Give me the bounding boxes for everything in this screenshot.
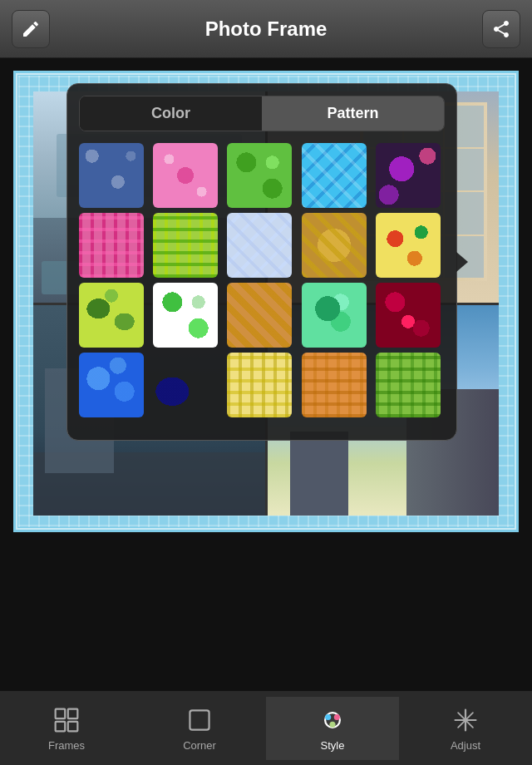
tab-frames[interactable]: Frames (0, 697, 133, 760)
edit-button[interactable] (12, 10, 50, 48)
pattern-pink-plaid[interactable] (79, 213, 144, 278)
main-area: Color Pattern (0, 58, 532, 690)
pattern-yellow-plaid[interactable] (227, 353, 292, 417)
pattern-gold[interactable] (302, 213, 367, 278)
pattern-dark-swirls[interactable] (376, 143, 441, 208)
tab-bar: Frames Corner Style Adjust (0, 690, 532, 765)
pattern-blue-bubbles[interactable] (79, 353, 144, 417)
tab-corner-label: Corner (183, 739, 216, 752)
svg-rect-4 (190, 710, 209, 729)
pattern-blue-diamonds[interactable] (302, 143, 367, 208)
pattern-green-circles[interactable] (227, 143, 292, 208)
tab-corner[interactable]: Corner (133, 697, 266, 760)
adjust-icon (451, 705, 480, 735)
frames-icon (52, 705, 81, 735)
svg-rect-1 (68, 708, 78, 718)
svg-point-6 (325, 713, 331, 719)
tab-frames-label: Frames (48, 739, 85, 752)
svg-point-8 (329, 721, 335, 727)
pattern-white-flowers[interactable] (153, 283, 218, 348)
pattern-blue-abstract[interactable] (153, 353, 218, 417)
tab-pattern[interactable]: Pattern (262, 96, 444, 131)
tab-adjust[interactable]: Adjust (399, 697, 532, 760)
popup-dialog: Color Pattern (66, 83, 457, 441)
svg-rect-0 (56, 708, 66, 718)
pattern-butterfly[interactable] (302, 283, 367, 348)
tab-style-label: Style (321, 739, 345, 752)
pattern-pink-flowers[interactable] (153, 143, 218, 208)
pattern-light-diamonds[interactable] (227, 213, 292, 278)
popup-arrow (456, 252, 468, 272)
tab-adjust-label: Adjust (451, 739, 480, 752)
pattern-orange-plaid[interactable] (302, 353, 367, 417)
popup-tabs: Color Pattern (79, 96, 445, 131)
tab-color[interactable]: Color (80, 96, 262, 131)
style-icon (318, 705, 347, 735)
pattern-dark-green-plaid[interactable] (376, 353, 441, 417)
svg-point-7 (334, 713, 340, 719)
corner-icon (185, 705, 214, 735)
svg-rect-3 (68, 721, 78, 731)
header: Photo Frame (0, 0, 532, 58)
pattern-grid (79, 143, 445, 417)
share-button[interactable] (482, 10, 520, 48)
pattern-floral-yellow[interactable] (376, 213, 441, 278)
page-title: Photo Frame (50, 17, 482, 41)
tab-style[interactable]: Style (266, 697, 399, 760)
pattern-green-leaves[interactable] (79, 283, 144, 348)
pattern-dark-floral[interactable] (376, 283, 441, 348)
svg-rect-2 (56, 721, 66, 731)
pattern-diagonal-stripes[interactable] (227, 283, 292, 348)
pattern-blue-flowers[interactable] (79, 143, 144, 208)
pattern-green-plaid[interactable] (153, 213, 218, 278)
